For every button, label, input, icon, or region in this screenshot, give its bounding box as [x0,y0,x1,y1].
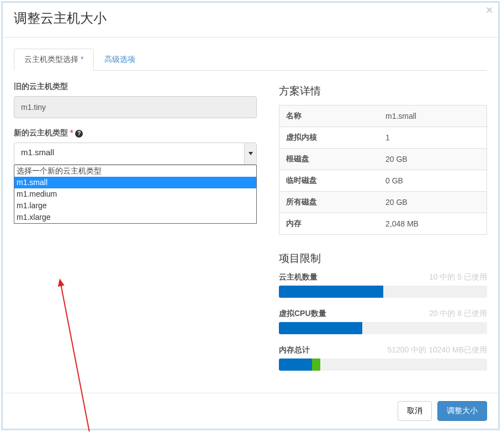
submit-button[interactable]: 调整大小 [437,401,487,421]
detail-value: 0 GB [379,170,487,192]
dropdown-placeholder[interactable]: 选择一个新的云主机类型 [14,165,256,177]
dropdown-option[interactable]: m1.large [14,200,256,212]
detail-row: 临时磁盘0 GB [279,170,487,192]
detail-row: 名称m1.small [279,106,487,127]
new-flavor-select[interactable]: m1.small 选择一个新的云主机类型 m1.small m1.medium … [14,143,257,165]
required-star: * [70,128,73,137]
quota-label: 虚拟CPU数量 [279,309,326,319]
tab-required-marker: * [81,55,83,64]
detail-value: 20 GB [379,149,487,170]
tabs: 云主机类型选择 * 高级选项 [14,49,487,71]
flavor-dropdown: 选择一个新的云主机类型 m1.small m1.medium m1.large … [14,165,257,224]
modal-body: 云主机类型选择 * 高级选项 旧的云主机类型 新的云主机类型 * [3,38,498,393]
new-flavor-group: 新的云主机类型 * ? m1.small 选择一个新的云主机类型 [14,128,257,165]
tab-flavor-select[interactable]: 云主机类型选择 * [14,49,94,71]
detail-value: 1 [379,127,487,149]
new-flavor-label-text: 新的云主机类型 [14,128,68,137]
detail-row: 所有磁盘20 GB [279,192,487,213]
tab-advanced[interactable]: 高级选项 [94,49,146,71]
form-column: 旧的云主机类型 新的云主机类型 * ? m1.small [14,82,257,382]
chevron-down-icon [244,143,256,164]
old-flavor-group: 旧的云主机类型 [14,82,257,118]
help-icon[interactable]: ? [75,130,83,138]
dropdown-option[interactable]: m1.medium [14,188,256,200]
detail-value: 20 GB [379,192,487,213]
old-flavor-input [14,96,257,118]
select-display[interactable]: m1.small [14,143,257,165]
detail-label: 临时磁盘 [279,170,379,192]
progress-fill [279,322,362,334]
modal-title: 调整云主机大小 [14,9,487,27]
modal-header: 调整云主机大小 × [3,3,498,38]
detail-label: 内存 [279,213,379,235]
modal-footer: 取消 调整大小 [3,393,498,429]
tab-label: 云主机类型选择 [24,55,78,64]
detail-label: 名称 [279,106,379,127]
detail-label: 所有磁盘 [279,192,379,213]
quota-label: 云主机数量 [279,272,318,282]
details-heading: 方案详情 [279,84,487,98]
detail-row: 内存2,048 MB [279,213,487,235]
quota-instances: 云主机数量 10 中的 5 已使用 [279,272,487,298]
progress-fill [279,286,383,298]
progress-bar [279,359,487,371]
detail-value: 2,048 MB [379,213,487,235]
old-flavor-label: 旧的云主机类型 [14,82,257,92]
quota-ram: 内存总计 51200 中的 10240 MB已使用 [279,345,487,371]
close-icon[interactable]: × [486,4,493,17]
quota-usage: 51200 中的 10240 MB已使用 [387,345,487,355]
details-table: 名称m1.small 虚拟内核1 根磁盘20 GB 临时磁盘0 GB 所有磁盘2… [279,105,487,235]
details-column: 方案详情 名称m1.small 虚拟内核1 根磁盘20 GB 临时磁盘0 GB … [279,82,487,382]
tab-label: 高级选项 [104,55,135,64]
resize-instance-modal: 调整云主机大小 × 云主机类型选择 * 高级选项 旧的云主机类型 [1,1,500,430]
progress-fill-extra [312,359,320,371]
quota-usage: 10 中的 5 已使用 [429,272,487,282]
dropdown-option[interactable]: m1.small [14,177,256,188]
detail-value: m1.small [379,106,487,127]
cancel-button[interactable]: 取消 [398,401,432,421]
quota-vcpus: 虚拟CPU数量 20 中的 8 已使用 [279,309,487,334]
detail-row: 根磁盘20 GB [279,149,487,170]
progress-fill [279,359,312,371]
dropdown-option[interactable]: m1.xlarge [14,212,256,223]
detail-row: 虚拟内核1 [279,127,487,149]
quota-usage: 20 中的 8 已使用 [429,309,487,319]
progress-bar [279,286,487,298]
detail-label: 虚拟内核 [279,127,379,149]
select-value: m1.small [21,147,54,157]
quota-label: 内存总计 [279,345,310,355]
progress-bar [279,322,487,334]
limits-heading: 项目限制 [279,251,487,266]
new-flavor-label: 新的云主机类型 * ? [14,128,257,138]
detail-label: 根磁盘 [279,149,379,170]
